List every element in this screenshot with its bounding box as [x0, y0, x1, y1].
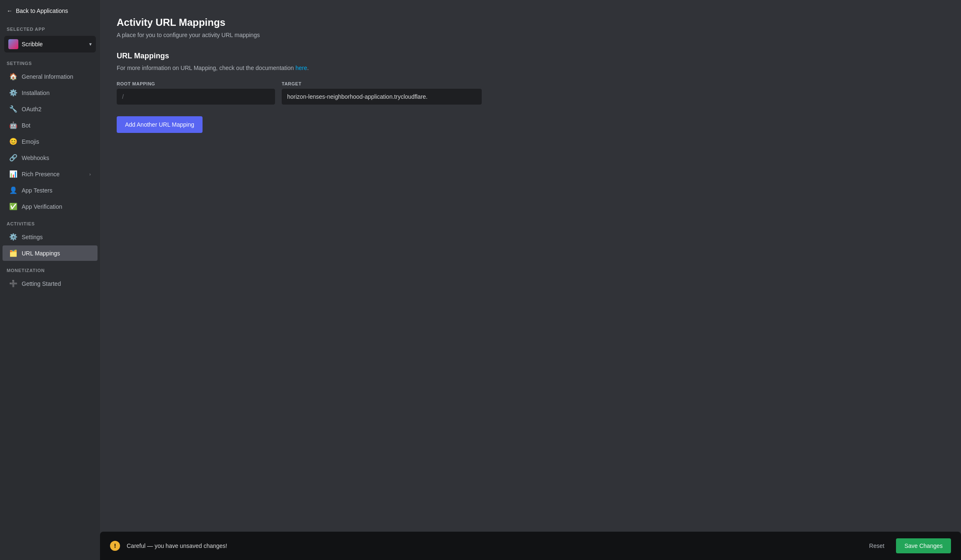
nav-label-app-testers: App Testers: [22, 187, 53, 194]
nav-label-general-information: General Information: [22, 73, 73, 80]
nav-label-emojis: Emojis: [22, 138, 39, 145]
page-title: Activity URL Mappings: [117, 17, 944, 28]
monetization-section-label: MONETIZATION: [0, 261, 100, 275]
sidebar-item-rich-presence[interactable]: 📊 Rich Presence ›: [3, 166, 98, 182]
app-name: Scribble: [22, 41, 86, 48]
person-icon: 👤: [9, 186, 18, 194]
warning-icon: !: [110, 541, 120, 551]
app-icon: [8, 39, 18, 49]
page-subtitle: A place for you to configure your activi…: [117, 32, 944, 38]
sidebar: ← Back to Applications SELECTED APP Scri…: [0, 0, 100, 560]
sidebar-item-app-verification[interactable]: ✅ App Verification: [3, 199, 98, 214]
settings-section-label: SETTINGS: [0, 54, 100, 68]
target-input[interactable]: [282, 89, 482, 105]
nav-label-bot: Bot: [22, 122, 30, 129]
reset-button[interactable]: Reset: [864, 539, 890, 552]
sidebar-item-general-information[interactable]: 🏠 General Information: [3, 69, 98, 84]
root-mapping-input[interactable]: [117, 89, 275, 105]
plus-icon: ➕: [9, 280, 18, 288]
gear-icon: ⚙️: [9, 89, 18, 97]
sidebar-item-oauth2[interactable]: 🔧 OAuth2: [3, 101, 98, 117]
save-changes-button[interactable]: Save Changes: [896, 538, 951, 553]
documentation-link[interactable]: here: [295, 65, 307, 71]
chevron-right-icon: ›: [89, 172, 91, 177]
nav-label-webhooks: Webhooks: [22, 155, 49, 161]
root-mapping-label: ROOT MAPPING: [117, 81, 275, 86]
arrow-left-icon: ←: [7, 8, 13, 14]
add-mapping-button[interactable]: Add Another URL Mapping: [117, 116, 203, 133]
section-description: For more information on URL Mapping, che…: [117, 65, 944, 71]
sidebar-item-getting-started[interactable]: ➕ Getting Started: [3, 276, 98, 291]
nav-label-url-mappings: URL Mappings: [22, 250, 60, 257]
sidebar-item-activities-settings[interactable]: ⚙️ Settings: [3, 229, 98, 245]
nav-label-rich-presence: Rich Presence: [22, 171, 60, 178]
bot-icon: 🤖: [9, 121, 18, 129]
url-mapping-row: ROOT MAPPING TARGET: [117, 81, 944, 105]
target-field-group: TARGET: [282, 81, 482, 105]
nav-label-activities-settings: Settings: [22, 234, 43, 240]
sidebar-item-app-testers[interactable]: 👤 App Testers: [3, 182, 98, 198]
main-content: Activity URL Mappings A place for you to…: [100, 0, 961, 560]
nav-label-app-verification: App Verification: [22, 203, 62, 210]
back-to-applications[interactable]: ← Back to Applications: [0, 0, 100, 22]
settings-icon: ⚙️: [9, 233, 18, 241]
selected-app-label: SELECTED APP: [0, 22, 100, 34]
nav-label-getting-started: Getting Started: [22, 280, 61, 287]
target-label: TARGET: [282, 81, 482, 86]
nav-label-installation: Installation: [22, 90, 50, 96]
section-title: URL Mappings: [117, 52, 944, 60]
section-description-suffix: .: [307, 65, 309, 71]
sidebar-item-url-mappings[interactable]: 🗂️ URL Mappings: [3, 245, 98, 261]
home-icon: 🏠: [9, 72, 18, 80]
wrench-icon: 🔧: [9, 105, 18, 113]
root-mapping-field-group: ROOT MAPPING: [117, 81, 275, 105]
sidebar-item-installation[interactable]: ⚙️ Installation: [3, 85, 98, 100]
chart-icon: 📊: [9, 170, 18, 178]
section-description-prefix: For more information on URL Mapping, che…: [117, 65, 295, 71]
link-icon: 🔗: [9, 154, 18, 162]
chevron-down-icon: ▾: [89, 41, 92, 47]
nav-label-oauth2: OAuth2: [22, 106, 41, 112]
checkmark-icon: ✅: [9, 202, 18, 210]
sidebar-item-webhooks[interactable]: 🔗 Webhooks: [3, 150, 98, 165]
bottom-bar: ! Careful — you have unsaved changes! Re…: [100, 532, 961, 560]
url-mappings-icon: 🗂️: [9, 249, 18, 257]
unsaved-text: Careful — you have unsaved changes!: [127, 542, 858, 549]
sidebar-item-emojis[interactable]: 😊 Emojis: [3, 134, 98, 149]
app-selector[interactable]: Scribble ▾: [4, 36, 96, 52]
back-label: Back to Applications: [16, 8, 68, 14]
sidebar-item-bot[interactable]: 🤖 Bot: [3, 118, 98, 133]
emoji-icon: 😊: [9, 138, 18, 145]
activities-section-label: ACTIVITIES: [0, 215, 100, 229]
